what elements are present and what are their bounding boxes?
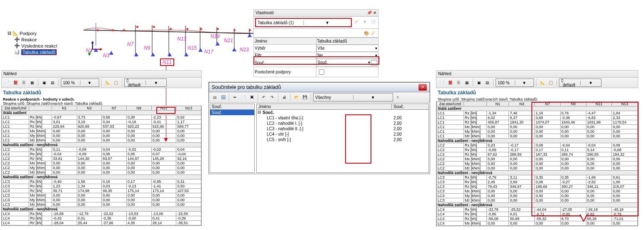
support — [184, 53, 188, 56]
coef-dialog: Součinitele pro tabulku základů✕ 🗂 🔠 ✏ 📄… — [208, 82, 430, 174]
poot-checkbox[interactable] — [319, 69, 324, 75]
col-icon[interactable]: ▣ — [475, 79, 483, 86]
list-icon[interactable]: ☰ — [20, 79, 28, 86]
node-label: N15 — [188, 45, 197, 51]
close-button[interactable]: ✕ — [418, 84, 427, 91]
filter-selector[interactable]: Všechny▼ — [313, 93, 393, 101]
tree-item-reakce[interactable]: ➕ Reakce — [8, 36, 57, 43]
support — [168, 53, 172, 56]
book-icon[interactable]: 📕 — [12, 79, 19, 86]
properties-panel: Vlastnosti📌 ✕ Tabulka základů (1)▼ 🪄 ▿ 📄… — [253, 9, 378, 77]
del-icon[interactable]: 🗙 — [248, 94, 256, 101]
node-label: N1 — [86, 48, 92, 53]
filter-icon[interactable]: ▿ — [361, 18, 368, 25]
redo-icon[interactable]: ↷ — [268, 94, 276, 101]
abc-icon[interactable]: 🔠 — [219, 94, 227, 101]
prop-label: Souč. — [254, 59, 316, 67]
wand-icon[interactable]: 🪄 — [353, 18, 360, 25]
tree-root[interactable]: ⊟ 📐 Podpory — [8, 30, 57, 36]
dialog-title: Součinitele pro tabulku základů✕ — [209, 82, 430, 92]
pencil-icon[interactable]: 📐 — [104, 79, 111, 86]
data-table-right: Zat.stav/UzelN1N3N7N9N11N13Stálá zatížen… — [436, 101, 638, 226]
svg-line-0 — [83, 30, 256, 33]
support — [94, 48, 98, 52]
tab-icon[interactable]: ▤ — [484, 79, 491, 86]
group-souc[interactable]: Souč. — [262, 110, 395, 115]
col-souc: Souč. — [392, 104, 428, 109]
refresh-icon[interactable]: 📋 — [112, 79, 120, 86]
list-icon[interactable]: ☰ — [455, 79, 462, 86]
preview-right: Náhled 📄 📕 ☰ ▦ ▣ ▤ 100 %▼ 📐 📋 ▯ default▼… — [436, 70, 638, 226]
support — [248, 33, 252, 37]
table-sub1: Reakce v podporách - hodnoty v uzlech. — [1, 97, 202, 101]
grid-icon[interactable]: ▦ — [28, 79, 36, 86]
open-icon[interactable]: 📂 — [293, 94, 300, 101]
tab-icon[interactable]: ▤ — [49, 79, 56, 86]
node-label: N9 — [144, 45, 150, 51]
preview-left: Náhled 📄 📕 ☰ ▦ ▣ ▤ 100 %▼ 📐 📋 ▯ default▼… — [1, 70, 202, 226]
node-label: N21 — [224, 38, 233, 43]
prop-value[interactable]: Vše▾ — [316, 45, 378, 52]
table-sub2: Skupina uzlů :Skupina zatěžovacích stavů… — [1, 101, 202, 106]
node-label: N17 — [204, 49, 213, 55]
support — [109, 51, 113, 55]
list-sel[interactable]: Souč. — [210, 110, 254, 115]
filter-icon[interactable]: 🗂 — [211, 94, 218, 101]
arrow-down — [579, 215, 588, 222]
doc-icon[interactable]: 📄 — [438, 79, 446, 86]
node-label: N23 — [240, 47, 249, 53]
wand-icon[interactable]: 🪄 — [371, 31, 376, 35]
grid-icon[interactable]: ▦ — [463, 79, 471, 86]
support — [216, 42, 220, 45]
support — [232, 48, 236, 51]
props-title: Vlastnosti📌 ✕ — [253, 9, 378, 17]
prop-label: Výběr — [254, 45, 316, 52]
layout-selector[interactable]: ▯ default▼ — [124, 78, 167, 87]
support — [151, 53, 155, 56]
col-icon[interactable]: ▣ — [40, 79, 48, 86]
col-jmeno: Jméno — [257, 104, 392, 109]
prop-value-souc[interactable]: Souč.▾... — [316, 59, 378, 67]
doc-icon[interactable]: 📄 — [3, 79, 11, 86]
table-title: Tabulka základů — [436, 88, 638, 97]
svg-marker-15 — [91, 41, 94, 43]
funnel-icon[interactable]: ▿ — [394, 94, 401, 101]
refresh-icon[interactable]: 📋 — [547, 79, 554, 86]
preview-title: Náhled — [1, 70, 202, 78]
data-table-left: Zat.stav/UzelN1N3N7N9N11N13Stálá zatížen… — [1, 106, 202, 226]
doc-icon[interactable]: 📄 — [369, 18, 377, 25]
support — [134, 53, 138, 56]
copy-icon[interactable]: 📄 — [240, 94, 247, 101]
node-label: N3 — [103, 53, 109, 58]
svg-marker-11 — [100, 48, 103, 51]
support — [198, 48, 203, 52]
save-icon[interactable]: 💾 — [301, 94, 308, 101]
zoom-selector[interactable]: 100 %▼ — [61, 78, 99, 87]
props-object-selector[interactable]: Tabulka základů (1)▼ — [255, 18, 352, 27]
node-label: N19 — [210, 33, 220, 39]
undo-icon[interactable]: ↶ — [260, 94, 268, 101]
nav-tree: ⊟ 📐 Podpory ➕ Reakce ➕ Výslednice reakcí… — [8, 30, 57, 55]
node-label: N7 — [127, 41, 133, 47]
print-icon[interactable]: 🖨 — [281, 94, 288, 101]
table-sub2: Skupina uzlů :Skupina zatěžovacích stavů… — [436, 97, 638, 101]
node-label: N13 — [177, 36, 186, 42]
table-title: Tabulka základů — [1, 88, 202, 97]
node-label-n11: N11 — [160, 58, 174, 66]
prop-label: Jméno — [254, 38, 316, 45]
pencil-icon[interactable]: 📐 — [539, 79, 546, 86]
prop-label: Pootočené podpory — [254, 67, 316, 77]
prop-label: Filtr — [254, 52, 316, 59]
book-icon[interactable]: 📕 — [446, 79, 454, 86]
prop-value[interactable]: Ne▾ — [316, 52, 378, 59]
preview-title: Náhled — [436, 70, 638, 78]
edit-icon[interactable]: ✏ — [231, 94, 239, 101]
layout-selector[interactable]: ▯ default▼ — [559, 78, 601, 87]
tree-item-vyslednice[interactable]: ➕ Výslednice reakcí — [8, 43, 57, 49]
prop-value[interactable]: Tabulka základů — [316, 38, 378, 45]
zoom-selector[interactable]: 100 %▼ — [496, 78, 534, 87]
palette-icon[interactable]: 🎨 — [364, 31, 369, 35]
col-souc: Souč. — [210, 104, 254, 110]
tree-item-tabulka[interactable]: 📊 Tabulka základů — [8, 49, 57, 55]
